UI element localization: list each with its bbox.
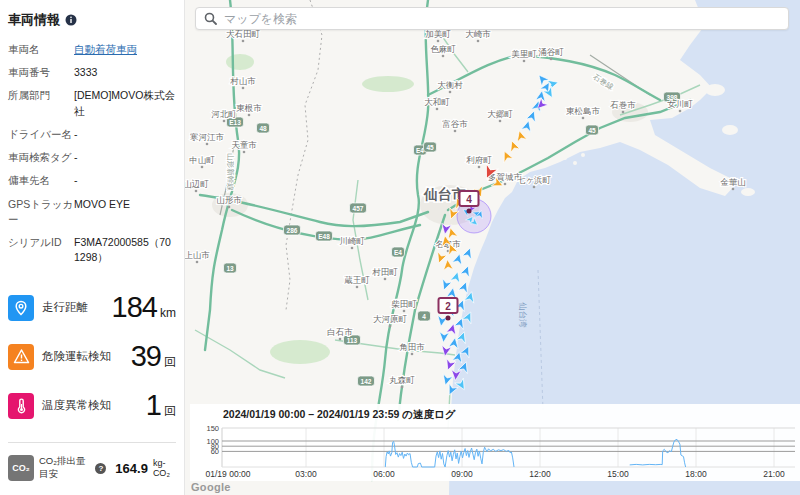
field-label: 所属部門 xyxy=(8,88,74,118)
map-place-label: 富谷市 xyxy=(442,119,468,129)
road-badge: E48 xyxy=(316,231,333,241)
svg-text:13: 13 xyxy=(226,265,234,272)
sidebar-divider xyxy=(8,442,176,443)
x-tick-label: 12:00 xyxy=(529,469,551,479)
svg-text:45: 45 xyxy=(426,144,434,151)
field-value: - xyxy=(74,173,78,188)
speed-line xyxy=(385,441,514,467)
vehicle-tracking-app: 車両情報 車両名自動着荷車両車両番号3333所属部門[DEMO]MOVO株式会社… xyxy=(0,0,800,495)
field-row: 車両名自動着荷車両 xyxy=(0,38,184,61)
svg-text:E4: E4 xyxy=(416,147,424,154)
svg-text:48: 48 xyxy=(259,125,267,132)
field-label: ドライバー名 xyxy=(8,127,74,142)
co2-unit: kg-CO₂ xyxy=(153,458,176,478)
speed-line xyxy=(630,439,686,467)
map-place-label: 上山市 xyxy=(185,250,210,260)
y-tick-label: 60 xyxy=(211,447,219,456)
vehicle-stats: 走行距離184km危険運転検知39回温度異常検知1回 xyxy=(0,283,184,430)
map-place-label: 丸森町 xyxy=(389,375,415,385)
sidebar-header: 車両情報 xyxy=(0,0,184,38)
x-tick-label: 03:00 xyxy=(295,469,317,479)
stat-unit: km xyxy=(160,306,176,320)
stat-label: 温度異常検知 xyxy=(42,398,138,413)
field-value: - xyxy=(74,150,78,165)
stat-row-temperature: 温度異常検知1回 xyxy=(0,381,184,430)
stat-value: 184 xyxy=(112,291,157,324)
map-place-label: 山形新幹線 xyxy=(226,153,235,191)
info-icon[interactable] xyxy=(65,14,77,26)
y-tick-label: 150 xyxy=(206,424,219,433)
road-badge: E4 xyxy=(392,247,405,257)
field-label: 車両検索タグ xyxy=(8,150,74,165)
thermometer-icon xyxy=(8,393,34,419)
map-place-label: 加美町 xyxy=(425,29,451,39)
x-tick-label: 15:00 xyxy=(607,469,629,479)
map-search-input[interactable] xyxy=(224,12,780,26)
map-place-label: 河北町 xyxy=(211,109,237,119)
map-place-label: 角田市 xyxy=(399,342,425,352)
field-row: 車両番号3333 xyxy=(0,61,184,84)
map-place-label: 涌谷町 xyxy=(538,47,564,57)
x-tick-label: 09:00 xyxy=(451,469,473,479)
map-container[interactable]: E4E4E131348286E4845745453981134142大石田町村山… xyxy=(185,0,800,495)
map-place-label: 大郷町 xyxy=(487,109,513,119)
svg-text:E48: E48 xyxy=(318,233,330,240)
road-badge: 13 xyxy=(224,263,237,273)
map-place-label: 女川町 xyxy=(667,99,693,109)
field-row: GPSトラッカーMOVO EYE xyxy=(0,193,184,231)
speed-log-chart: 150100806001/19 00:0003:0006:0009:0012:0… xyxy=(190,404,800,481)
svg-text:286: 286 xyxy=(287,227,298,234)
road-badge: 45 xyxy=(586,125,599,135)
field-value: [DEMO]MOVO株式会社 xyxy=(74,88,176,118)
road-badge: 286 xyxy=(284,225,301,235)
svg-text:113: 113 xyxy=(347,337,358,344)
co2-label: CO₂排出量目安 xyxy=(39,455,90,481)
field-label: 車両番号 xyxy=(8,65,74,80)
help-icon[interactable]: ? xyxy=(95,463,106,474)
co2-icon: CO₂ xyxy=(8,455,34,481)
map-place-label: 仙台湾 xyxy=(518,302,528,328)
field-label: GPSトラッカー xyxy=(8,197,74,227)
svg-text:45: 45 xyxy=(588,127,596,134)
field-value: - xyxy=(74,127,78,142)
vehicle-info-sidebar: 車両情報 車両名自動着荷車両車両番号3333所属部門[DEMO]MOVO株式会社… xyxy=(0,0,185,495)
svg-text:E4: E4 xyxy=(394,249,402,256)
field-label: シリアルID xyxy=(8,235,74,265)
map-place-label: 利府町 xyxy=(466,155,492,165)
search-icon xyxy=(204,12,217,25)
svg-text:2: 2 xyxy=(445,301,451,312)
field-row: 車両検索タグ- xyxy=(0,146,184,169)
svg-text:457: 457 xyxy=(353,205,364,212)
map-place-label: 村山市 xyxy=(229,76,256,86)
svg-text:4: 4 xyxy=(422,313,426,320)
map-place-label: 天童市 xyxy=(231,140,257,150)
map-place-label: 川崎町 xyxy=(339,236,365,246)
stat-value: 39 xyxy=(131,340,161,373)
map-place-label: 寒河江市 xyxy=(190,132,225,142)
stat-label: 走行距離 xyxy=(42,300,104,315)
field-row: 所属部門[DEMO]MOVO株式会社 xyxy=(0,84,184,122)
map-place-label: 白石市 xyxy=(327,327,353,337)
vehicle-name-link[interactable]: 自動着荷車両 xyxy=(74,42,137,57)
field-value: F3MA72000585（701298） xyxy=(74,235,176,265)
map-place-label: 大和町 xyxy=(424,97,450,107)
map-place-label: 美里町 xyxy=(511,49,537,59)
field-value: MOVO EYE xyxy=(74,197,130,227)
map-place-label: 大崎市 xyxy=(465,29,491,39)
map-place-label: 大衡村 xyxy=(437,80,463,90)
field-row: 傭車先名- xyxy=(0,169,184,192)
map-place-label: 山形市 xyxy=(216,195,242,205)
map-place-label: 村田町 xyxy=(371,267,398,277)
stat-unit: 回 xyxy=(164,354,176,371)
speed-log-panel: 2024/01/19 00:00 – 2024/01/19 23:59 の速度ロ… xyxy=(190,404,800,481)
map-place-label: 七ヶ浜町 xyxy=(517,175,552,185)
pin-icon xyxy=(8,295,34,321)
co2-value: 164.9 xyxy=(115,461,148,476)
map-place-label: 蔵王町 xyxy=(344,275,370,285)
map-place-label: 中山町 xyxy=(189,155,215,165)
svg-text:4: 4 xyxy=(466,194,472,205)
road-badge: 48 xyxy=(257,123,270,133)
x-tick-label: 01/19 00:00 xyxy=(206,469,251,479)
field-label: 傭車先名 xyxy=(8,173,74,188)
svg-text:142: 142 xyxy=(361,378,372,385)
